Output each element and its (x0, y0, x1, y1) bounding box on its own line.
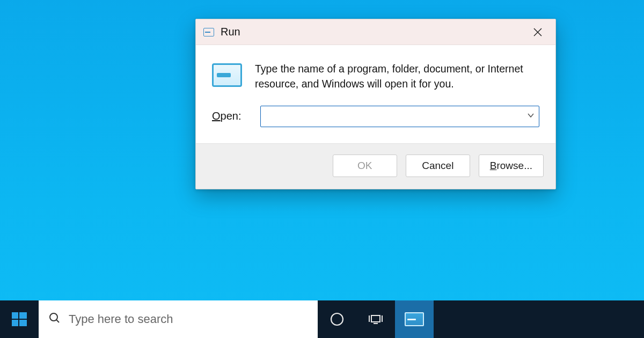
dialog-description: Type the name of a program, folder, docu… (255, 61, 539, 92)
taskbar-app-run[interactable] (395, 300, 434, 338)
dialog-body: Type the name of a program, folder, docu… (196, 45, 555, 99)
svg-point-6 (50, 313, 57, 321)
task-view-icon (368, 311, 384, 327)
open-combobox[interactable] (260, 106, 539, 127)
svg-point-8 (331, 313, 343, 325)
windows-logo-icon (11, 311, 28, 328)
search-icon (48, 312, 61, 327)
svg-rect-3 (19, 312, 27, 319)
titlebar[interactable]: Run (196, 19, 555, 45)
svg-rect-2 (12, 312, 18, 319)
start-button[interactable] (0, 300, 39, 338)
close-button[interactable] (523, 19, 552, 45)
open-label: Open: (212, 110, 250, 122)
svg-rect-9 (371, 315, 380, 322)
taskbar (0, 300, 644, 338)
dialog-footer: OK Cancel Browse... (196, 143, 555, 189)
cortana-button[interactable] (318, 300, 356, 338)
run-title-icon (203, 28, 214, 36)
open-input[interactable] (265, 111, 527, 122)
ok-button[interactable]: OK (333, 155, 397, 177)
chevron-down-icon[interactable] (527, 112, 535, 121)
svg-rect-5 (19, 320, 27, 326)
run-dialog: Run Type the name of a program, folder, … (195, 19, 556, 189)
taskbar-search[interactable] (39, 300, 318, 338)
cancel-button[interactable]: Cancel (406, 155, 470, 177)
dialog-title: Run (221, 26, 240, 38)
close-icon (533, 27, 543, 37)
browse-button[interactable]: Browse... (479, 155, 544, 177)
task-view-button[interactable] (356, 300, 395, 338)
open-row: Open: (196, 99, 555, 143)
run-taskbar-icon (405, 312, 424, 326)
run-large-icon (212, 63, 242, 87)
taskbar-search-input[interactable] (69, 312, 308, 326)
svg-line-7 (56, 320, 59, 322)
svg-rect-4 (12, 320, 18, 326)
circle-icon (329, 311, 345, 327)
